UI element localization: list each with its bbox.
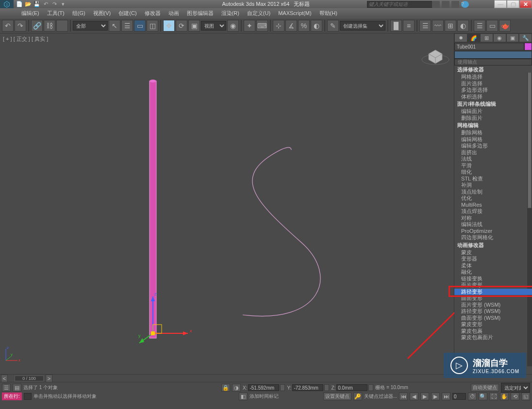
edit-named-button[interactable]: ✎ (327, 20, 339, 32)
modifier-item[interactable]: 蒙皮 (454, 249, 532, 256)
save-icon[interactable]: 💾 (33, 0, 41, 8)
mirror-button[interactable]: ▐▌ (390, 20, 402, 32)
modifier-item[interactable]: 蒙皮包裹面片 (454, 334, 532, 341)
object-name-input[interactable] (454, 43, 524, 50)
menu-group[interactable]: 组(G) (68, 9, 89, 18)
menu-tools[interactable]: 工具(T) (43, 9, 68, 18)
menu-animation[interactable]: 动画 (165, 9, 183, 18)
menu-edit[interactable]: 编辑(E) (17, 9, 43, 18)
star-icon[interactable] (451, 1, 459, 8)
modifier-item[interactable]: 编辑网格 (454, 136, 532, 143)
app-menu-icon[interactable]: 3 (0, 0, 14, 8)
modifier-item[interactable]: 补洞 (454, 182, 532, 189)
pan-button[interactable]: ✋ (500, 393, 509, 400)
redo-button[interactable]: ↷ (15, 20, 26, 32)
add-time-tag[interactable]: 添加时间标记 (249, 393, 279, 400)
goto-start-button[interactable]: ⏮ (399, 393, 408, 400)
named-selection-dropdown[interactable]: 创建选择集 (340, 21, 385, 31)
material-editor-button[interactable]: ◐ (457, 20, 469, 32)
modifier-item[interactable]: 蒙皮包裹 (454, 328, 532, 335)
minimize-button[interactable]: — (494, 0, 507, 8)
menu-maxscript[interactable]: MAXScript(M) (274, 9, 315, 17)
link-button[interactable]: 🔗 (31, 20, 43, 32)
play-button[interactable]: ▶ (420, 393, 429, 400)
rotate-button[interactable]: ⟳ (176, 20, 187, 32)
lock-icon[interactable]: 🔒 (221, 384, 230, 392)
modifier-item[interactable]: 面挤出 (454, 149, 532, 156)
menu-modifiers[interactable]: 修改器 (141, 9, 165, 18)
modifier-item[interactable]: 顶点焊接 (454, 208, 532, 215)
key-filters-button[interactable]: 关键点过滤器... (364, 393, 397, 400)
rendered-frame-button[interactable]: ▭ (486, 20, 498, 32)
close-button[interactable]: ✕ (519, 0, 532, 8)
coord-y-input[interactable] (292, 384, 323, 391)
modifier-item[interactable]: 平滑 (454, 163, 532, 169)
modifier-item[interactable]: 优化 (454, 195, 532, 202)
script-listener-button[interactable]: ☰ (2, 384, 11, 392)
keyboard-shortcut-button[interactable]: ⌨ (256, 20, 268, 32)
modifier-item[interactable]: 变形器 (454, 256, 532, 262)
undo-icon[interactable]: ↶ (42, 0, 50, 8)
help-icon[interactable]: ? (461, 1, 469, 8)
script-line-input[interactable] (24, 393, 32, 400)
unlink-button[interactable]: ⛓ (44, 20, 55, 32)
key-target-dropdown[interactable]: 选定对象 (501, 383, 530, 393)
ref-coord-dropdown[interactable]: 视图 (201, 21, 226, 31)
modifier-item[interactable]: 细化 (454, 169, 532, 176)
create-tab[interactable]: ✹ (454, 33, 467, 42)
select-name-button[interactable]: ☰ (121, 20, 133, 32)
modifier-item[interactable]: 顶点绘制 (454, 189, 532, 196)
modifier-item[interactable]: 编辑面片 (454, 108, 532, 115)
maximize-button[interactable]: ▢ (507, 0, 519, 8)
isolate-icon[interactable]: ◑ (232, 384, 241, 392)
window-crossing-button[interactable]: ◫ (147, 20, 158, 32)
modifier-item[interactable]: 体积选择 (454, 94, 532, 100)
utilities-tab[interactable]: 🔧 (519, 33, 532, 42)
menu-help[interactable]: 帮助(H) (316, 9, 341, 18)
move-button[interactable]: ✥ (163, 20, 175, 32)
script-mini-button[interactable]: ▤ (13, 384, 21, 392)
display-tab[interactable]: ▣ (506, 33, 519, 42)
modifier-item[interactable]: MultiRes (454, 202, 532, 209)
modifier-item[interactable]: STL 检查 (454, 176, 532, 182)
redo-icon[interactable]: ↷ (50, 0, 58, 8)
setkey-button[interactable]: 设置关键点 (323, 393, 351, 400)
time-slider-next[interactable]: > (46, 375, 52, 382)
selection-filter-dropdown[interactable]: 全部 (73, 21, 108, 31)
maximize-viewport-button[interactable]: ◱ (521, 393, 530, 400)
viewcube[interactable] (419, 35, 452, 68)
next-frame-button[interactable]: ▶ (431, 393, 440, 400)
bind-spacewarp-button[interactable] (56, 20, 68, 32)
modifier-item[interactable]: 柔体 (454, 262, 532, 269)
modifier-item[interactable]: 网格选择 (454, 74, 532, 81)
zoom-button[interactable]: 🔍 (479, 393, 487, 400)
modifier-item[interactable]: 对称 (454, 215, 532, 222)
modifier-item[interactable]: 面片选择 (454, 81, 532, 87)
search-input[interactable] (367, 1, 440, 8)
open-icon[interactable]: 📂 (24, 0, 32, 8)
modify-tab[interactable]: 🌈 (467, 33, 481, 42)
coord-x-input[interactable] (248, 384, 279, 391)
use-pivot-item[interactable]: 使用轴点 (454, 59, 532, 65)
motion-tab[interactable]: ◉ (493, 33, 506, 42)
angle-snap-button[interactable]: ∡ (285, 20, 297, 32)
autokey-toggle[interactable]: 自动关键点 (471, 384, 499, 392)
modifier-item[interactable]: 四边形网格化 (454, 234, 532, 241)
modifier-item[interactable]: ProOptimizer (454, 228, 532, 235)
modifier-item[interactable]: 删除面片 (454, 115, 532, 122)
modifier-item[interactable]: 路径变形 (WSM) (454, 308, 532, 315)
snap-button[interactable]: ⊹ (273, 20, 284, 32)
scale-button[interactable]: ▣ (188, 20, 200, 32)
modifier-item[interactable]: 删除网格 (454, 130, 532, 136)
spinner[interactable] (368, 384, 373, 391)
modifier-item[interactable]: 融化 (454, 269, 532, 276)
align-button[interactable]: ≡ (403, 20, 415, 32)
modifier-tree[interactable]: 选择修改器网格选择面片选择多边形选择体积选择面片/样条线编辑编辑面片删除面片网格… (454, 65, 532, 366)
viewport[interactable]: [ + ] [ 正交 ] [ 真实 ] z x (0, 33, 454, 366)
time-slider-prev[interactable]: < (1, 375, 8, 382)
schematic-button[interactable]: ⊞ (445, 20, 456, 32)
curve-editor-button[interactable]: 〰 (432, 20, 444, 32)
modifier-item[interactable]: 法线 (454, 156, 532, 163)
spinner-snap-button[interactable]: ◐ (311, 20, 322, 32)
modifier-item[interactable]: 链接变换 (454, 276, 532, 282)
